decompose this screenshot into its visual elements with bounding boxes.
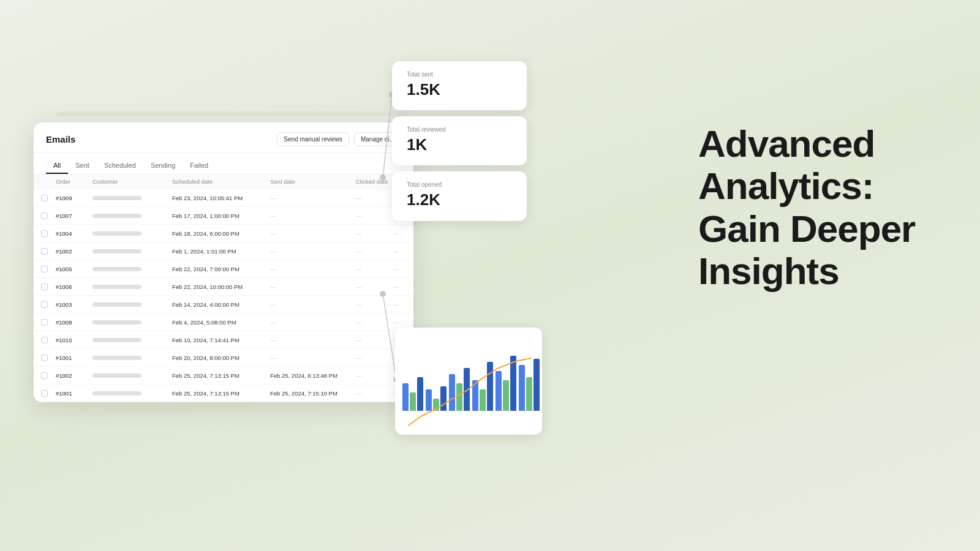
table-row: #1001 Feb 25, 2024, 7:13:15 PM Feb 25, 2… <box>34 384 413 402</box>
row-scheduled: Feb 14, 2024, 4:00:00 PM <box>172 301 270 308</box>
row-order: #1004 <box>56 230 92 237</box>
row-check[interactable] <box>41 248 56 255</box>
headline-line3: Gain Deeper <box>698 208 915 250</box>
row-opened: — <box>393 230 413 237</box>
stat-total-reviewed: Total reviewed 1K <box>392 116 527 165</box>
row-scheduled: Feb 25, 2024, 7:13:15 PM <box>172 372 270 379</box>
row-check[interactable] <box>41 390 56 397</box>
table-row: #1007 Feb 17, 2024, 1:00:00 PM — — — — ⏰… <box>34 207 413 225</box>
row-sent: — <box>270 354 356 361</box>
row-clicked: — <box>356 283 393 290</box>
tab-sent[interactable]: Sent <box>68 158 97 174</box>
headline-line4: Insights <box>698 250 839 292</box>
row-check[interactable] <box>41 372 56 379</box>
row-scheduled: Feb 20, 2024, 8:00:00 PM <box>172 354 270 361</box>
table-row: #1002 Feb 25, 2024, 7:13:15 PM Feb 25, 2… <box>34 367 413 384</box>
row-customer <box>92 231 172 236</box>
th-check <box>41 178 56 185</box>
headline-line2: Analytics: <box>698 165 873 207</box>
row-check[interactable] <box>41 354 56 361</box>
panel-buttons-group: Send manual reviews Manage di... <box>277 132 401 146</box>
row-order: #1005 <box>56 266 92 272</box>
row-check[interactable] <box>41 195 56 201</box>
stat-total-opened-label: Total opened <box>407 181 512 188</box>
row-opened: — <box>393 248 413 255</box>
row-scheduled: Feb 1, 2024, 1:01:00 PM <box>172 248 270 255</box>
row-customer <box>92 214 172 218</box>
row-order: #1006 <box>56 283 92 290</box>
headline-line1: Advanced <box>698 122 875 165</box>
row-sent: — <box>270 230 356 237</box>
row-scheduled: Feb 22, 2024, 10:00:00 PM <box>172 283 270 290</box>
tab-all[interactable]: All <box>46 158 68 174</box>
row-scheduled: Feb 25, 2024, 7:13:15 PM <box>172 390 270 397</box>
table-row: #1005 Feb 22, 2024, 7:00:00 PM — — — — ⏰… <box>34 260 413 278</box>
chart-trend-line <box>402 355 535 429</box>
stat-total-reviewed-label: Total reviewed <box>407 126 512 133</box>
row-scheduled: Feb 17, 2024, 1:00:00 PM <box>172 212 270 219</box>
row-order: #1003 <box>56 301 92 308</box>
table-row: #1008 Feb 4, 2024, 5:08:00 PM — — — — ⏰ … <box>34 313 413 331</box>
chart-card <box>395 328 542 435</box>
row-clicked: — <box>356 337 393 343</box>
row-order: #1010 <box>56 337 92 343</box>
table-row: #1009 Feb 23, 2024, 10:05:41 PM — — — — … <box>34 189 413 207</box>
row-clicked: — <box>356 372 393 379</box>
row-order: #1002 <box>56 372 92 379</box>
row-opened: — <box>393 266 413 272</box>
send-manual-reviews-button[interactable]: Send manual reviews <box>277 132 349 146</box>
row-check[interactable] <box>41 266 56 272</box>
row-clicked: — <box>356 248 393 255</box>
row-sent: — <box>270 319 356 326</box>
row-order: #1001 <box>56 354 92 361</box>
panel-content: Emails Send manual reviews Manage di... … <box>34 122 413 402</box>
stat-total-sent-label: Total sent <box>407 71 512 78</box>
row-customer <box>92 196 172 200</box>
panel-title: Emails <box>46 134 75 144</box>
emails-table: Order Customer Scheduled date Sent date … <box>34 174 413 402</box>
row-check[interactable] <box>41 301 56 308</box>
panel-header: Emails Send manual reviews Manage di... <box>34 122 413 153</box>
stat-total-opened: Total opened 1.2K <box>392 171 527 220</box>
row-check[interactable] <box>41 337 56 343</box>
table-row: #1010 Feb 10, 2024, 7:14:41 PM — — — — ⏰… <box>34 331 413 349</box>
row-customer <box>92 391 172 395</box>
row-sent: — <box>270 337 356 343</box>
row-customer <box>92 320 172 324</box>
row-sent: — <box>270 266 356 272</box>
row-scheduled: Feb 23, 2024, 10:05:41 PM <box>172 195 270 201</box>
row-clicked: — <box>356 195 393 201</box>
th-clicked: Clicked date <box>356 178 393 185</box>
row-customer <box>92 373 172 378</box>
table-row: #1006 Feb 22, 2024, 10:00:00 PM — — — — … <box>34 278 413 296</box>
row-order: #1008 <box>56 319 92 326</box>
stat-total-reviewed-value: 1K <box>407 135 512 154</box>
row-check[interactable] <box>41 212 56 219</box>
row-scheduled: Feb 10, 2024, 7:14:41 PM <box>172 337 270 343</box>
row-order: #1002 <box>56 248 92 255</box>
row-clicked: — <box>356 212 393 219</box>
row-check[interactable] <box>41 283 56 290</box>
table-row: #1004 Feb 18, 2024, 6:00:00 PM — — — — ⏰… <box>34 225 413 242</box>
stat-total-sent-value: 1.5K <box>407 80 512 99</box>
th-sent: Sent date <box>270 178 356 185</box>
row-order: #1001 <box>56 390 92 397</box>
row-check[interactable] <box>41 319 56 326</box>
stat-total-opened-value: 1.2K <box>407 190 512 209</box>
th-order: Order <box>56 178 92 185</box>
row-check[interactable] <box>41 230 56 237</box>
row-clicked: — <box>356 354 393 361</box>
tab-scheduled[interactable]: Scheduled <box>97 158 143 174</box>
row-clicked: — <box>356 230 393 237</box>
row-customer <box>92 249 172 253</box>
headline-text: Advanced Analytics: Gain Deeper Insights <box>698 122 931 293</box>
row-sent: — <box>270 301 356 308</box>
tab-failed[interactable]: Failed <box>183 158 216 174</box>
emails-panel: Emails Send manual reviews Manage di... … <box>34 122 413 402</box>
stat-total-sent: Total sent 1.5K <box>392 61 527 110</box>
tab-sending[interactable]: Sending <box>143 158 183 174</box>
row-customer <box>92 302 172 307</box>
table-row: #1001 Feb 20, 2024, 8:00:00 PM — — — — ⏰… <box>34 349 413 367</box>
row-sent: — <box>270 283 356 290</box>
stats-area: Total sent 1.5K Total reviewed 1K Total … <box>392 61 527 221</box>
